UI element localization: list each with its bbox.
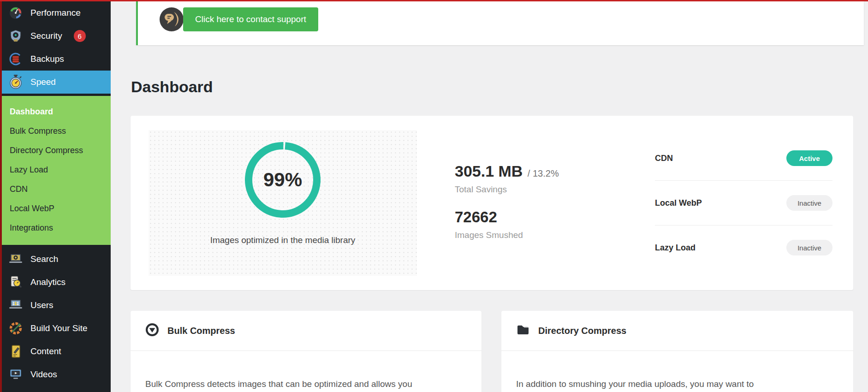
bulk-compress-description: Bulk Compress detects images that can be… bbox=[131, 351, 482, 391]
submenu-item-integrations[interactable]: Integrations bbox=[2, 218, 111, 238]
performance-gauge-icon bbox=[8, 5, 24, 21]
feature-label: Local WebP bbox=[655, 198, 702, 208]
directory-compress-description: In addition to smushing your media uploa… bbox=[501, 351, 853, 391]
directory-compress-card: Directory Compress In addition to smushi… bbox=[501, 311, 853, 392]
sidebar-item-users[interactable]: Users bbox=[2, 294, 111, 317]
savings-stats: 305.1 MB / 13.2% Total Savings 72662 Ima… bbox=[455, 162, 559, 240]
submenu-item-dashboard[interactable]: Dashboard bbox=[2, 102, 111, 121]
optimized-percent-donut: 99% bbox=[245, 142, 321, 218]
feature-label: CDN bbox=[655, 154, 673, 163]
feature-label: Lazy Load bbox=[655, 243, 696, 253]
sidebar-item-search[interactable]: Search bbox=[2, 248, 111, 271]
security-shield-icon bbox=[8, 28, 24, 44]
speed-stopwatch-icon bbox=[8, 74, 24, 90]
sidebar-item-security[interactable]: Security 6 bbox=[2, 24, 111, 48]
status-badge-inactive: Inactive bbox=[786, 240, 832, 255]
folder-icon bbox=[516, 323, 530, 339]
submenu-item-cdn[interactable]: CDN bbox=[2, 179, 111, 199]
sidebar-item-label: Search bbox=[30, 254, 58, 264]
sidebar-item-label: Users bbox=[30, 300, 54, 310]
sidebar-item-videos[interactable]: Videos bbox=[2, 363, 111, 386]
sidebar-item-backups[interactable]: Backups bbox=[2, 48, 111, 71]
feature-row-cdn: CDN Active bbox=[655, 136, 832, 181]
sidebar-item-label: Security bbox=[30, 31, 62, 41]
total-savings-value: 305.1 MB bbox=[455, 162, 523, 180]
submenu-item-lazy-load[interactable]: Lazy Load bbox=[2, 160, 111, 179]
sidebar-item-build-your-site[interactable]: Build Your Site bbox=[2, 317, 111, 340]
support-agent-avatar bbox=[159, 6, 184, 32]
sidebar-item-performance[interactable]: Performance bbox=[2, 1, 111, 24]
sidebar-item-analytics[interactable]: Analytics bbox=[2, 271, 111, 294]
sidebar-item-label: Analytics bbox=[30, 277, 65, 287]
directory-compress-header: Directory Compress bbox=[501, 311, 853, 351]
sidebar-item-label: Backups bbox=[30, 54, 64, 64]
top-accent-bar bbox=[0, 0, 868, 1]
sidebar-item-label: Build Your Site bbox=[30, 323, 88, 333]
users-icon bbox=[8, 297, 24, 313]
sidebar-item-label: Speed bbox=[30, 77, 56, 87]
feature-row-lazy-load: Lazy Load Inactive bbox=[655, 226, 832, 270]
backups-icon bbox=[8, 51, 24, 67]
images-smushed-value: 72662 bbox=[455, 208, 559, 226]
optimized-percent-value: 99% bbox=[245, 142, 321, 218]
submenu-item-local-webp[interactable]: Local WebP bbox=[2, 199, 111, 218]
feature-status-list: CDN Active Local WebP Inactive Lazy Load… bbox=[655, 136, 832, 270]
donut-caption: Images optimized in the media library bbox=[210, 235, 356, 245]
bulk-compress-header: Bulk Compress bbox=[131, 311, 482, 351]
status-badge-inactive: Inactive bbox=[786, 195, 832, 211]
speed-submenu: Dashboard Bulk Compress Directory Compre… bbox=[2, 96, 111, 245]
smush-logo-icon bbox=[145, 323, 159, 339]
sidebar-item-speed[interactable]: Speed bbox=[2, 71, 111, 94]
bulk-compress-card: Bulk Compress Bulk Compress detects imag… bbox=[131, 311, 482, 392]
status-badge-active: Active bbox=[786, 150, 832, 166]
submenu-item-directory-compress[interactable]: Directory Compress bbox=[2, 141, 111, 160]
total-savings-label: Total Savings bbox=[455, 184, 559, 195]
feature-row-local-webp: Local WebP Inactive bbox=[655, 181, 832, 226]
content-icon bbox=[8, 344, 24, 359]
security-count-badge: 6 bbox=[74, 30, 86, 42]
search-icon bbox=[8, 251, 24, 267]
card-title: Bulk Compress bbox=[167, 326, 235, 336]
card-title: Directory Compress bbox=[538, 326, 626, 336]
videos-icon bbox=[8, 367, 24, 382]
optimization-summary-card: 99% Images optimized in the media librar… bbox=[131, 116, 853, 290]
left-accent-bar bbox=[0, 0, 2, 392]
analytics-icon bbox=[8, 274, 24, 290]
page-title: Dashboard bbox=[131, 78, 213, 96]
images-smushed-label: Images Smushed bbox=[455, 230, 559, 240]
contact-support-button[interactable]: Click here to contact support bbox=[183, 7, 318, 31]
total-savings-percent: / 13.2% bbox=[528, 168, 559, 178]
admin-sidebar: Performance Security 6 Backups bbox=[2, 0, 111, 392]
support-notice-banner: Click here to contact support bbox=[136, 1, 864, 45]
sidebar-item-content[interactable]: Content bbox=[2, 340, 111, 363]
sidebar-item-label: Content bbox=[30, 346, 61, 356]
submenu-item-bulk-compress[interactable]: Bulk Compress bbox=[2, 121, 111, 141]
sidebar-item-label: Performance bbox=[30, 8, 81, 18]
donut-panel: 99% Images optimized in the media librar… bbox=[149, 130, 417, 276]
sidebar-item-label: Videos bbox=[30, 369, 57, 380]
build-your-site-icon bbox=[8, 321, 24, 336]
